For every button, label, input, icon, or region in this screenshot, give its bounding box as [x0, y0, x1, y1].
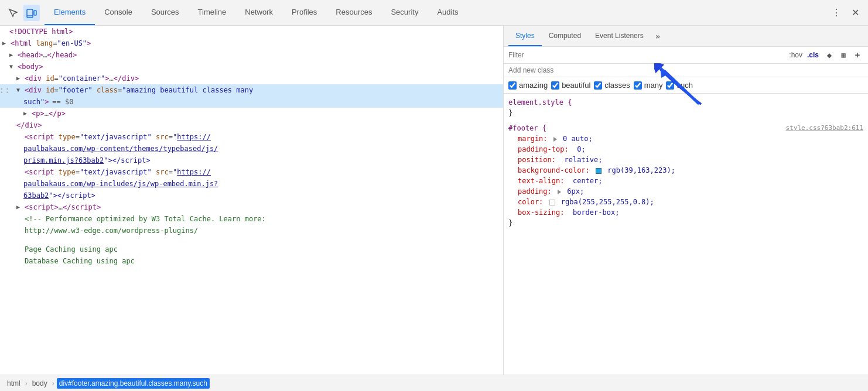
device-mode-button[interactable] — [23, 5, 40, 21]
class-beautiful: beautiful — [551, 81, 590, 90]
breadcrumb-html[interactable]: html — [5, 378, 23, 389]
tab-network[interactable]: Network — [235, 0, 282, 25]
tab-audits[interactable]: Audits — [428, 0, 467, 25]
hov-button[interactable]: :hov — [789, 51, 802, 59]
doctype-line: <!DOCTYPE html> — [0, 26, 503, 37]
expand-arrow[interactable]: ▶ — [23, 108, 30, 119]
classes-checkbox[interactable] — [594, 81, 602, 90]
script3-line[interactable]: ▶ <script> … </script> — [0, 201, 503, 213]
toolbar-right: ⋮ ✕ — [828, 5, 868, 21]
body-line[interactable]: ▼ <body> — [0, 61, 503, 73]
collapse-arrow[interactable]: ▶ — [2, 37, 9, 49]
add-class-bar — [504, 64, 868, 77]
equals-dollar: == $0 — [52, 96, 73, 108]
background-color-swatch[interactable] — [596, 168, 602, 174]
spacer — [0, 236, 503, 243]
html-line[interactable]: ▶ <html lang="en-US" > — [0, 37, 503, 49]
script2-url: paulbakaus.com/wp-includes/js/wp-embed.m… — [0, 178, 503, 190]
container-div-line[interactable]: ▶ <div id="container" > … </div> — [0, 73, 503, 84]
filter-input[interactable] — [508, 51, 784, 59]
expand-arrow[interactable]: ▼ — [9, 61, 16, 73]
p-line[interactable]: ▶ <p> … </p> — [0, 108, 503, 119]
main-area: <!DOCTYPE html> ▶ <html lang="en-US" > ▶… — [0, 26, 868, 375]
expand-arrow[interactable]: ▶ — [16, 201, 23, 213]
styles-content: element.style { } #footer { style.css?63… — [504, 94, 868, 375]
devtools-toolbar: Elements Console Sources Timeline Networ… — [0, 0, 868, 26]
tab-security[interactable]: Security — [381, 0, 428, 25]
class-classes: classes — [594, 81, 630, 90]
tab-resources[interactable]: Resources — [326, 0, 381, 25]
breadcrumb: html › body › div#footer.amazing.beautif… — [0, 375, 868, 391]
footer-div-line[interactable]: :: ▼ <div id="footer" class="amazing bea… — [0, 84, 503, 96]
footer-div-line-cont: such"> == $0 — [0, 96, 503, 108]
tab-event-listeners[interactable]: Event Listeners — [588, 26, 651, 46]
expand-arrow[interactable]: ▶ — [9, 49, 16, 61]
db-caching-line: ▶ Database Caching using apc — [0, 255, 503, 267]
footer-rule: #footer { style.css?63bab2:611 margin: 0… — [504, 122, 868, 229]
more-options-button[interactable]: ⋮ — [828, 5, 845, 21]
expand-arrow[interactable]: ▶ — [16, 73, 23, 84]
script1-line[interactable]: ▶ <script type="text/javascript" src="ht… — [0, 131, 503, 143]
many-checkbox[interactable] — [634, 81, 642, 90]
class-checkboxes: amazing beautiful classes many such — [504, 77, 868, 94]
expand-arrow[interactable]: ▼ — [16, 84, 23, 96]
page-caching-line: ▶ Page Caching using apc — [0, 243, 503, 255]
gutter-dots: :: — [0, 84, 10, 96]
shadow-icon[interactable]: ▦ — [838, 49, 849, 61]
filter-bar: :hov .cls ◆ ▦ + — [504, 47, 868, 64]
div-close-line: </div> — [0, 119, 503, 131]
tab-console[interactable]: Console — [95, 0, 142, 25]
tab-timeline[interactable]: Timeline — [189, 0, 236, 25]
svg-rect-1 — [34, 11, 36, 15]
such-checkbox[interactable] — [666, 81, 674, 90]
styles-panel: Styles Computed Event Listeners » :hov .… — [504, 26, 868, 375]
script2-url2: 63bab2"></script> — [0, 190, 503, 201]
script1-url: paulbakaus.com/wp-content/themes/typebas… — [0, 143, 503, 155]
comment-performance-line: ▶ <!-- Performance optimized by W3 Total… — [0, 213, 503, 225]
tab-profiles[interactable]: Profiles — [282, 0, 326, 25]
comment-url-line: ▶ http://www.w3-edge.com/wordpress-plugi… — [0, 225, 503, 236]
tab-styles[interactable]: Styles — [508, 26, 542, 46]
tab-sources[interactable]: Sources — [142, 0, 189, 25]
css-source-link[interactable]: style.css?63bab2:611 — [786, 123, 863, 133]
element-style-rule: element.style { } — [504, 96, 868, 119]
class-such: such — [666, 81, 692, 90]
add-rule-icon[interactable]: + — [852, 49, 863, 61]
color-picker-icon[interactable]: ◆ — [823, 49, 835, 61]
color-swatch[interactable] — [549, 200, 555, 205]
class-amazing: amazing — [508, 81, 548, 90]
script2-line[interactable]: ▶ <script type="text/javascript" src="ht… — [0, 166, 503, 178]
class-many: many — [634, 81, 663, 90]
elements-panel: <!DOCTYPE html> ▶ <html lang="en-US" > ▶… — [0, 26, 504, 375]
close-devtools-button[interactable]: ✕ — [847, 5, 863, 21]
tab-computed[interactable]: Computed — [542, 26, 588, 46]
toolbar-icons — [0, 5, 45, 21]
expand-padding-triangle[interactable] — [558, 190, 561, 194]
filter-icons: ◆ ▦ + — [823, 49, 863, 61]
styles-tabs: Styles Computed Event Listeners » — [504, 26, 868, 47]
add-class-input[interactable] — [508, 66, 863, 74]
beautiful-checkbox[interactable] — [551, 81, 559, 90]
breadcrumb-footer[interactable]: div#footer.amazing.beautiful.classes.man… — [57, 378, 210, 389]
styles-more-button[interactable]: » — [651, 26, 665, 46]
svg-rect-0 — [27, 9, 33, 18]
script1-url2: prism.min.js?63bab2"></script> — [0, 155, 503, 166]
tab-elements[interactable]: Elements — [45, 0, 95, 25]
cls-button[interactable]: .cls — [807, 51, 819, 59]
select-element-button[interactable] — [5, 5, 21, 21]
toolbar-tabs: Elements Console Sources Timeline Networ… — [45, 0, 828, 25]
expand-margin-triangle[interactable] — [553, 137, 557, 142]
head-line[interactable]: ▶ <head> … </head> — [0, 49, 503, 61]
amazing-checkbox[interactable] — [508, 81, 517, 90]
breadcrumb-body[interactable]: body — [30, 378, 50, 389]
